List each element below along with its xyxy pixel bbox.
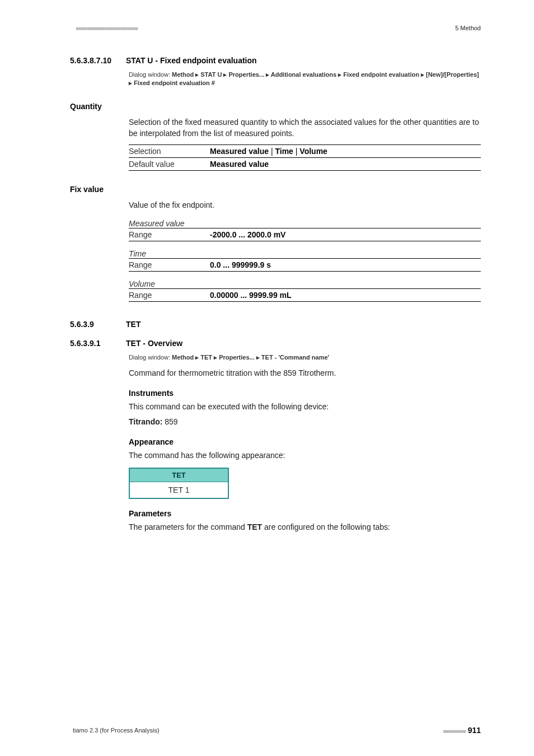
instruments-heading: Instruments [129,389,481,398]
section-number: 5.6.3.9 [70,320,126,329]
table-row: Range 0.00000 ... 9999.99 mL [129,288,481,302]
dialog-window-path: Dialog window: Method ▸ STAT U ▸ Propert… [129,71,481,88]
section-tet: 5.6.3.9 TET [73,320,481,329]
range-key: Range [129,291,210,300]
footer: tiamo 2.3 (for Process Analysis) ■■■■■■■… [73,726,481,735]
time-label: Time [129,249,481,258]
val-measured: Measured value [210,147,269,156]
fixvalue-description: Value of the fix endpoint. [129,199,481,211]
section-1: 5.6.3.8.7.10 STAT U - Fixed endpoint eva… [73,56,481,65]
header-chapter: 5 Method [455,25,481,31]
default-key: Default value [129,160,210,169]
quantity-heading: Quantity [70,102,481,111]
parameters-text: The parameters for the command TET are c… [129,521,481,533]
page-number: 911 [468,726,481,735]
section-number: 5.6.3.8.7.10 [70,56,126,65]
footer-right: ■■■■■■■■911 [443,726,481,735]
table-row: Default value Measured value [129,158,481,171]
selection-key: Selection [129,147,210,156]
range-key: Range [129,230,210,239]
param-cmd: TET [247,522,262,531]
default-value: Measured value [210,160,269,169]
table-row: Selection Measured value | Time | Volume [129,144,481,158]
command-box-body: TET 1 [130,482,228,498]
appearance-heading: Appearance [129,437,481,446]
dialog-prefix: Dialog window: [129,71,172,78]
command-box-header: TET [130,469,228,482]
table-row: Range -2000.0 ... 2000.0 mV [129,228,481,241]
parameters-heading: Parameters [129,509,481,518]
range-value: -2000.0 ... 2000.0 mV [210,230,285,239]
dialog-path: Method ▸ STAT U ▸ Properties... ▸ Additi… [129,71,479,86]
section-title: STAT U - Fixed endpoint evaluation [126,56,257,65]
header-bar: ■■■■■■■■■■■■■■■■■■■■■■ 5 Method [76,22,481,34]
dialog-path: Method ▸ TET ▸ Properties... ▸ TET - 'Co… [172,354,329,361]
footer-dots: ■■■■■■■■ [443,728,465,734]
range-value: 0.0 ... 999999.9 s [210,260,271,269]
fixvalue-heading: Fix value [70,185,481,194]
quantity-description: Selection of the fixed measured quantity… [129,116,481,139]
header-dots: ■■■■■■■■■■■■■■■■■■■■■■ [76,25,138,31]
measured-value-label: Measured value [129,219,481,228]
measured-value-table: Range -2000.0 ... 2000.0 mV [129,228,481,241]
section-tet-overview: 5.6.3.9.1 TET - Overview [73,339,481,348]
section-number: 5.6.3.9.1 [70,339,126,348]
volume-label: Volume [129,279,481,288]
quantity-table: Selection Measured value | Time | Volume… [129,144,481,171]
footer-left: tiamo 2.3 (for Process Analysis) [73,727,160,734]
time-table: Range 0.0 ... 999999.9 s [129,258,481,272]
range-key: Range [129,260,210,269]
range-value: 0.00000 ... 9999.99 mL [210,291,292,300]
val-volume: Volume [299,147,327,156]
dialog-window-path: Dialog window: Method ▸ TET ▸ Properties… [129,353,481,362]
command-description: Command for thermometric titration with … [129,367,481,379]
section-title: TET - Overview [126,339,182,348]
section-title: TET [126,320,140,329]
selection-value: Measured value | Time | Volume [210,147,327,156]
appearance-text: The command has the following appearance… [129,450,481,461]
volume-table: Range 0.00000 ... 9999.99 mL [129,288,481,302]
command-box: TET TET 1 [129,468,229,499]
titrando-value: 859 [165,417,177,426]
val-time: Time [275,147,293,156]
titrando-line: Titrando: 859 [129,416,481,427]
table-row: Range 0.0 ... 999999.9 s [129,258,481,272]
dialog-prefix: Dialog window: [129,354,172,361]
titrando-label: Titrando: [129,417,165,426]
instruments-text: This command can be executed with the fo… [129,401,481,412]
